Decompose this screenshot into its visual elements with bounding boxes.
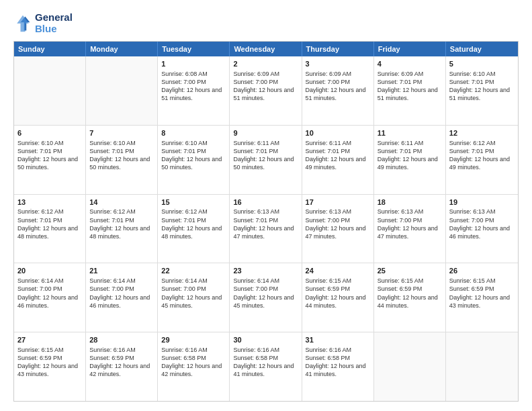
day-number: 3 xyxy=(306,59,370,69)
day-info: Sunrise: 6:09 AM Sunset: 7:00 PM Dayligh… xyxy=(306,70,370,103)
day-info: Sunrise: 6:11 AM Sunset: 7:01 PM Dayligh… xyxy=(378,139,442,172)
day-info: Sunrise: 6:09 AM Sunset: 7:01 PM Dayligh… xyxy=(378,70,442,103)
calendar-day-13: 13Sunrise: 6:12 AM Sunset: 7:01 PM Dayli… xyxy=(14,195,86,263)
calendar-day-24: 24Sunrise: 6:15 AM Sunset: 6:59 PM Dayli… xyxy=(302,263,374,332)
day-info: Sunrise: 6:13 AM Sunset: 7:00 PM Dayligh… xyxy=(449,208,515,240)
calendar-day-10: 10Sunrise: 6:11 AM Sunset: 7:01 PM Dayli… xyxy=(302,126,374,194)
calendar-day-19: 19Sunrise: 6:13 AM Sunset: 7:00 PM Dayli… xyxy=(446,195,518,263)
calendar-day-16: 16Sunrise: 6:13 AM Sunset: 7:01 PM Dayli… xyxy=(230,195,302,263)
day-info: Sunrise: 6:14 AM Sunset: 7:00 PM Dayligh… xyxy=(161,277,226,310)
weekday-header-sunday: Sunday xyxy=(14,42,86,56)
day-info: Sunrise: 6:16 AM Sunset: 6:59 PM Dayligh… xyxy=(89,346,154,379)
day-info: Sunrise: 6:13 AM Sunset: 7:01 PM Dayligh… xyxy=(233,208,298,240)
day-number: 4 xyxy=(378,59,442,69)
day-number: 2 xyxy=(233,59,298,69)
day-info: Sunrise: 6:16 AM Sunset: 6:58 PM Dayligh… xyxy=(306,346,370,379)
svg-marker-1 xyxy=(17,15,29,32)
calendar-day-14: 14Sunrise: 6:12 AM Sunset: 7:01 PM Dayli… xyxy=(86,195,158,263)
day-number: 13 xyxy=(17,197,82,208)
day-info: Sunrise: 6:10 AM Sunset: 7:01 PM Dayligh… xyxy=(449,70,515,103)
day-number: 15 xyxy=(161,197,226,208)
day-info: Sunrise: 6:10 AM Sunset: 7:01 PM Dayligh… xyxy=(17,139,82,172)
day-info: Sunrise: 6:12 AM Sunset: 7:01 PM Dayligh… xyxy=(89,208,154,240)
day-number: 26 xyxy=(449,266,515,276)
calendar-empty-cell xyxy=(14,56,86,125)
day-info: Sunrise: 6:16 AM Sunset: 6:58 PM Dayligh… xyxy=(161,346,226,379)
day-number: 24 xyxy=(306,266,370,276)
day-info: Sunrise: 6:15 AM Sunset: 6:59 PM Dayligh… xyxy=(449,277,515,310)
calendar-day-8: 8Sunrise: 6:10 AM Sunset: 7:01 PM Daylig… xyxy=(158,126,230,194)
weekday-header-tuesday: Tuesday xyxy=(158,42,230,56)
calendar-week-1: 1Sunrise: 6:08 AM Sunset: 7:00 PM Daylig… xyxy=(14,56,518,126)
day-info: Sunrise: 6:08 AM Sunset: 7:00 PM Dayligh… xyxy=(161,70,226,103)
calendar-day-9: 9Sunrise: 6:11 AM Sunset: 7:01 PM Daylig… xyxy=(230,126,302,194)
day-number: 20 xyxy=(17,266,82,276)
day-number: 18 xyxy=(378,197,442,208)
calendar-header: SundayMondayTuesdayWednesdayThursdayFrid… xyxy=(14,42,518,56)
calendar-day-1: 1Sunrise: 6:08 AM Sunset: 7:00 PM Daylig… xyxy=(158,56,230,125)
calendar-day-26: 26Sunrise: 6:15 AM Sunset: 6:59 PM Dayli… xyxy=(446,263,518,332)
day-number: 19 xyxy=(449,197,515,208)
calendar-day-27: 27Sunrise: 6:15 AM Sunset: 6:59 PM Dayli… xyxy=(14,332,86,401)
day-number: 25 xyxy=(378,266,442,276)
day-number: 31 xyxy=(306,335,370,345)
day-info: Sunrise: 6:12 AM Sunset: 7:01 PM Dayligh… xyxy=(17,208,82,240)
calendar-empty-cell xyxy=(446,332,518,401)
calendar: SundayMondayTuesdayWednesdayThursdayFrid… xyxy=(13,41,519,402)
day-number: 30 xyxy=(233,335,298,345)
calendar-day-18: 18Sunrise: 6:13 AM Sunset: 7:00 PM Dayli… xyxy=(374,195,446,263)
weekday-header-thursday: Thursday xyxy=(302,42,374,56)
calendar-day-20: 20Sunrise: 6:14 AM Sunset: 7:00 PM Dayli… xyxy=(14,263,86,332)
day-info: Sunrise: 6:14 AM Sunset: 7:00 PM Dayligh… xyxy=(17,277,82,310)
calendar-day-4: 4Sunrise: 6:09 AM Sunset: 7:01 PM Daylig… xyxy=(374,56,446,125)
calendar-day-22: 22Sunrise: 6:14 AM Sunset: 7:00 PM Dayli… xyxy=(158,263,230,332)
day-info: Sunrise: 6:15 AM Sunset: 6:59 PM Dayligh… xyxy=(17,346,82,379)
page: GeneralBlue SundayMondayTuesdayWednesday… xyxy=(0,0,532,411)
calendar-day-5: 5Sunrise: 6:10 AM Sunset: 7:01 PM Daylig… xyxy=(446,56,518,125)
day-number: 23 xyxy=(233,266,298,276)
calendar-day-11: 11Sunrise: 6:11 AM Sunset: 7:01 PM Dayli… xyxy=(374,126,446,194)
calendar-day-17: 17Sunrise: 6:13 AM Sunset: 7:00 PM Dayli… xyxy=(302,195,374,263)
calendar-body: 1Sunrise: 6:08 AM Sunset: 7:00 PM Daylig… xyxy=(14,56,518,401)
day-info: Sunrise: 6:11 AM Sunset: 7:01 PM Dayligh… xyxy=(233,139,298,172)
day-number: 12 xyxy=(449,128,515,138)
day-info: Sunrise: 6:10 AM Sunset: 7:01 PM Dayligh… xyxy=(89,139,154,172)
calendar-day-15: 15Sunrise: 6:12 AM Sunset: 7:01 PM Dayli… xyxy=(158,195,230,263)
calendar-empty-cell xyxy=(86,56,158,125)
calendar-day-29: 29Sunrise: 6:16 AM Sunset: 6:58 PM Dayli… xyxy=(158,332,230,401)
day-info: Sunrise: 6:09 AM Sunset: 7:00 PM Dayligh… xyxy=(233,70,298,103)
day-number: 11 xyxy=(378,128,442,138)
day-number: 8 xyxy=(161,128,226,138)
day-number: 1 xyxy=(161,59,226,69)
day-number: 14 xyxy=(89,197,154,208)
day-number: 29 xyxy=(161,335,226,345)
day-info: Sunrise: 6:15 AM Sunset: 6:59 PM Dayligh… xyxy=(378,277,442,310)
day-info: Sunrise: 6:15 AM Sunset: 6:59 PM Dayligh… xyxy=(306,277,370,310)
day-info: Sunrise: 6:13 AM Sunset: 7:00 PM Dayligh… xyxy=(378,208,442,240)
day-info: Sunrise: 6:16 AM Sunset: 6:58 PM Dayligh… xyxy=(233,346,298,379)
day-number: 27 xyxy=(17,335,82,345)
logo-text: GeneralBlue xyxy=(35,12,73,34)
day-info: Sunrise: 6:10 AM Sunset: 7:01 PM Dayligh… xyxy=(161,139,226,172)
day-number: 6 xyxy=(17,128,82,138)
day-number: 16 xyxy=(233,197,298,208)
day-number: 28 xyxy=(89,335,154,345)
day-info: Sunrise: 6:14 AM Sunset: 7:00 PM Dayligh… xyxy=(89,277,154,310)
day-number: 21 xyxy=(89,266,154,276)
header: GeneralBlue xyxy=(13,12,519,34)
calendar-week-2: 6Sunrise: 6:10 AM Sunset: 7:01 PM Daylig… xyxy=(14,126,518,195)
weekday-header-monday: Monday xyxy=(86,42,158,56)
day-number: 17 xyxy=(306,197,370,208)
calendar-day-30: 30Sunrise: 6:16 AM Sunset: 6:58 PM Dayli… xyxy=(230,332,302,401)
calendar-day-31: 31Sunrise: 6:16 AM Sunset: 6:58 PM Dayli… xyxy=(302,332,374,401)
day-number: 10 xyxy=(306,128,370,138)
calendar-day-3: 3Sunrise: 6:09 AM Sunset: 7:00 PM Daylig… xyxy=(302,56,374,125)
calendar-day-7: 7Sunrise: 6:10 AM Sunset: 7:01 PM Daylig… xyxy=(86,126,158,194)
weekday-header-friday: Friday xyxy=(374,42,446,56)
logo: GeneralBlue xyxy=(13,12,73,34)
logo-icon xyxy=(13,14,32,33)
calendar-week-3: 13Sunrise: 6:12 AM Sunset: 7:01 PM Dayli… xyxy=(14,195,518,264)
calendar-empty-cell xyxy=(374,332,446,401)
weekday-header-wednesday: Wednesday xyxy=(230,42,302,56)
weekday-header-saturday: Saturday xyxy=(446,42,518,56)
